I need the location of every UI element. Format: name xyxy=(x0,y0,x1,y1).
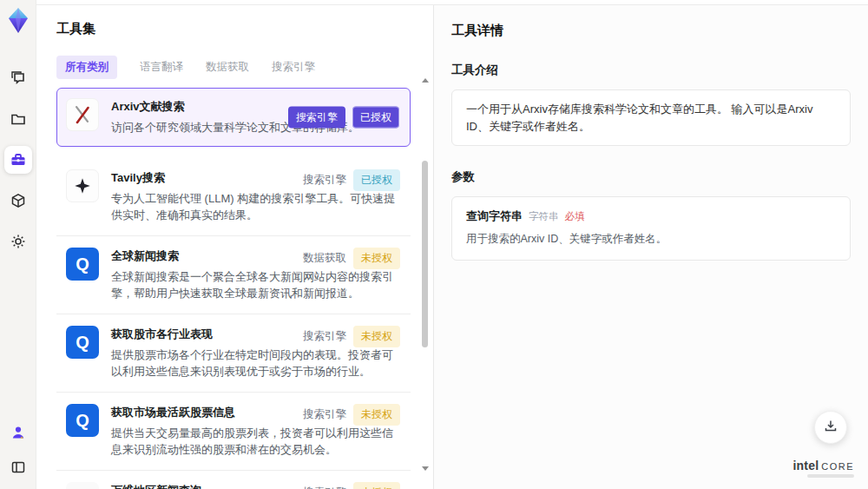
scrollbar-thumb[interactable] xyxy=(422,161,428,347)
intro-heading: 工具介绍 xyxy=(451,63,851,78)
scroll-up-arrow-icon[interactable] xyxy=(422,78,429,83)
download-icon xyxy=(824,419,838,436)
building-icon xyxy=(66,482,99,489)
param-item: 查询字符串 字符串 必填 用于搜索的Arxiv ID、关键字或作者姓名。 xyxy=(451,196,851,261)
param-header: 查询字符串 字符串 必填 xyxy=(466,208,836,224)
auth-status-badge: 已授权 xyxy=(352,106,399,128)
auth-status-badge: 未授权 xyxy=(353,326,400,347)
param-required-badge: 必填 xyxy=(565,210,585,223)
list-scrollbar[interactable] xyxy=(421,78,429,471)
finance-provider-icon: Q xyxy=(66,404,99,437)
param-name: 查询字符串 xyxy=(466,208,523,224)
detail-title: 工具详情 xyxy=(451,23,851,39)
finance-provider-icon: Q xyxy=(66,326,99,359)
tool-card-tavily[interactable]: Tavily搜索 专为人工智能代理 (LLM) 构建的搜索引擎工具。可快速提供实… xyxy=(56,158,411,236)
app-window: 工具集 所有类别 语言翻译 数据获取 搜索引擎 A xyxy=(0,0,868,489)
tool-card-global-news[interactable]: Q 全球新闻搜索 全球新闻搜索是一个聚合全球各大新闻网站内容的搜索引擎，帮助用户… xyxy=(56,236,411,314)
param-type: 字符串 xyxy=(529,210,559,223)
intel-core-logo: intel CORE xyxy=(792,459,854,478)
collapse-sidebar-button[interactable] xyxy=(7,456,30,479)
tool-badges: 搜索引擎 未授权 xyxy=(303,326,400,347)
tool-badges: 搜索引擎 已授权 xyxy=(288,106,399,128)
tool-card-regional-news[interactable]: 万维地区新闻查询 查询具体行政区划内的新闻，快速了解各地新闻动态 搜索引擎 未授… xyxy=(56,471,411,489)
sidebar-item-settings[interactable] xyxy=(4,228,32,255)
intel-brand-text: intel xyxy=(792,459,819,472)
category-label: 数据获取 xyxy=(303,251,346,266)
tab-all-categories[interactable]: 所有类别 xyxy=(56,56,117,79)
tool-description: 提供当天交易量最高的股票列表，投资者可以利用这些信息来识别流动性强的股票和潜在的… xyxy=(111,425,398,459)
cube-icon xyxy=(10,192,27,209)
tab-language-translation[interactable]: 语言翻译 xyxy=(140,60,183,75)
scroll-down-arrow-icon[interactable] xyxy=(422,466,429,471)
user-profile-button[interactable] xyxy=(7,421,30,444)
news-provider-icon: Q xyxy=(66,248,99,281)
tab-search-engine[interactable]: 搜索引擎 xyxy=(272,60,315,75)
tavily-star-icon xyxy=(66,169,99,202)
tool-list-panel: 工具集 所有类别 语言翻译 数据获取 搜索引擎 A xyxy=(36,5,434,489)
category-label: 搜索引擎 xyxy=(303,173,346,188)
q-glyph: Q xyxy=(76,334,89,351)
auth-status-badge: 未授权 xyxy=(353,404,400,426)
auth-status-badge: 已授权 xyxy=(353,169,400,191)
tab-data-fetch[interactable]: 数据获取 xyxy=(206,60,249,75)
category-badge: 搜索引擎 xyxy=(288,106,345,128)
q-glyph: Q xyxy=(76,255,89,273)
sidebar-item-toolbox[interactable] xyxy=(4,146,32,174)
param-description: 用于搜索的Arxiv ID、关键字或作者姓名。 xyxy=(466,232,836,247)
gear-icon xyxy=(10,233,27,250)
category-tabs: 所有类别 语言翻译 数据获取 搜索引擎 xyxy=(56,56,433,79)
tool-description: 全球新闻搜索是一个聚合全球各大新闻网站内容的搜索引擎，帮助用户快速获取全球最新资… xyxy=(111,268,398,302)
params-heading: 参数 xyxy=(451,169,851,185)
toolbox-icon xyxy=(10,151,27,169)
tool-badges: 搜索引擎 已授权 xyxy=(303,169,400,191)
auth-status-badge: 未授权 xyxy=(353,482,400,489)
page-title: 工具集 xyxy=(56,21,433,37)
tool-card-sector-performance[interactable]: Q 获取股市各行业表现 提供股票市场各个行业在特定时间段内的表现。投资者可以利用… xyxy=(56,314,411,393)
download-button[interactable] xyxy=(814,411,847,444)
user-avatar-icon xyxy=(10,424,27,441)
arxiv-logo-icon xyxy=(66,98,99,131)
tool-card-arxiv[interactable]: Arxiv文献搜索 访问各个研究领域大量科学论文和文章的存储库。 搜索引擎 已授… xyxy=(56,88,411,147)
core-brand-text: CORE xyxy=(821,462,854,472)
icon-sidebar xyxy=(0,0,36,489)
sidebar-item-files[interactable] xyxy=(4,105,32,133)
auth-status-badge: 未授权 xyxy=(353,248,400,269)
intro-box: 一个用于从Arxiv存储库搜索科学论文和文章的工具。 输入可以是Arxiv ID… xyxy=(451,89,851,146)
tool-description: 提供股票市场各个行业在特定时间段内的表现。投资者可以利用这些信息来识别表现优于或… xyxy=(111,347,398,380)
category-label: 搜索引擎 xyxy=(303,329,346,344)
category-label: 搜索引擎 xyxy=(303,407,346,422)
sidebar-item-chat[interactable] xyxy=(4,64,32,92)
logo-underline xyxy=(807,474,854,478)
tool-description: 专为人工智能代理 (LLM) 构建的搜索引擎工具。可快速提供实时、准确和真实的结… xyxy=(111,190,398,224)
tool-card-most-active-stocks[interactable]: Q 获取市场最活跃股票信息 提供当天交易量最高的股票列表，投资者可以利用这些信息… xyxy=(56,393,411,471)
category-label: 搜索引擎 xyxy=(303,486,346,489)
tool-badges: 搜索引擎 未授权 xyxy=(303,404,400,426)
sidebar-nav xyxy=(4,64,32,255)
tool-badges: 数据获取 未授权 xyxy=(303,248,400,269)
panel-collapse-icon xyxy=(10,459,26,475)
q-glyph: Q xyxy=(76,412,89,429)
sidebar-item-packages[interactable] xyxy=(4,187,32,215)
content-area: 工具集 所有类别 语言翻译 数据获取 搜索引擎 A xyxy=(36,4,868,489)
app-logo-icon xyxy=(6,7,30,35)
sidebar-bottom xyxy=(7,421,30,479)
tool-detail-panel: 工具详情 工具介绍 一个用于从Arxiv存储库搜索科学论文和文章的工具。 输入可… xyxy=(434,5,868,489)
folder-icon xyxy=(10,110,27,128)
tool-list: Arxiv文献搜索 访问各个研究领域大量科学论文和文章的存储库。 搜索引擎 已授… xyxy=(56,88,433,489)
tool-badges: 搜索引擎 未授权 xyxy=(303,482,400,489)
chat-icon xyxy=(10,69,27,87)
